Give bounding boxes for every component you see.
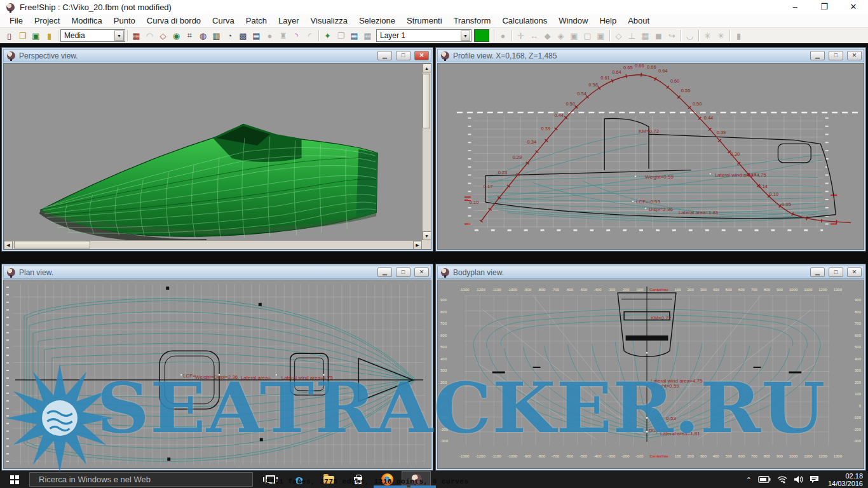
menu-item[interactable]: Calculations	[496, 16, 553, 25]
menu-item[interactable]: Strumenti	[401, 16, 448, 25]
menu-item[interactable]: Selezione	[353, 16, 401, 25]
flowlines-icon[interactable]: ●	[263, 29, 276, 43]
remove-unused-icon[interactable]: ✳	[714, 29, 728, 43]
insert-point-icon[interactable]: ◈	[554, 29, 567, 43]
move-point-icon[interactable]: ✛	[514, 29, 527, 43]
control-net-icon[interactable]: ◇	[156, 29, 170, 43]
perspective-titlebar[interactable]: Perspective view. ▁ □ ✕	[3, 49, 431, 62]
unlock-points-icon[interactable]: ▢	[581, 29, 594, 43]
minimize-button[interactable]: ▁	[377, 268, 392, 277]
vertical-scroll-thumb[interactable]	[423, 74, 430, 128]
bodyplan-window[interactable]: Bodyplan view. ▁ □ ✕ -1300-1200-1100-100…	[435, 264, 866, 471]
menu-item[interactable]: Transform	[448, 16, 497, 25]
menu-item[interactable]: Project	[29, 16, 65, 25]
action-center-icon[interactable]	[810, 475, 819, 484]
minimize-button[interactable]: ▁	[810, 268, 825, 277]
menu-item[interactable]: Window	[553, 16, 593, 25]
split-edge-icon[interactable]: ⊥	[625, 29, 639, 43]
open-file-icon[interactable]: ❒	[16, 29, 29, 43]
fair-curve-icon[interactable]: ◡	[683, 29, 696, 43]
scroll-down-icon[interactable]: ▼	[423, 231, 431, 240]
scroll-right-icon[interactable]: ▶	[413, 241, 422, 250]
close-button[interactable]: ✕	[847, 51, 862, 60]
start-button[interactable]	[0, 471, 29, 488]
mirror-faces-icon[interactable]: ◼	[652, 29, 665, 43]
gauss-curvature-icon[interactable]: ⌗	[183, 29, 196, 43]
clock[interactable]: 02.18 14/03/2016	[825, 472, 863, 487]
background-image-icon[interactable]: ▤	[348, 29, 361, 43]
window-restore-button[interactable]: ❐	[810, 0, 839, 14]
layer-color-swatch[interactable]	[474, 29, 489, 42]
select-icon[interactable]: ●	[496, 29, 510, 43]
perspective-canvas[interactable]: ▲ ▼ ◀ ▶	[3, 63, 431, 250]
close-button[interactable]: ✕	[847, 268, 862, 277]
menu-item[interactable]: File	[4, 16, 29, 25]
scroll-left-icon[interactable]: ◀	[4, 241, 13, 250]
markers-icon[interactable]: ♜	[276, 29, 290, 43]
save-file-icon[interactable]: ▣	[29, 29, 43, 43]
exit-icon[interactable]: ▮	[43, 29, 56, 43]
profile-window[interactable]: Profile view. X=0,168, Z=1,485 ▁ □ ✕	[435, 47, 866, 252]
tray-chevron-icon[interactable]: ⌃	[746, 476, 752, 484]
new-file-icon[interactable]: ▯	[3, 29, 16, 43]
scroll-up-icon[interactable]: ▲	[423, 64, 431, 72]
minimize-button[interactable]: ▁	[377, 51, 392, 60]
precision-combobox[interactable]: Media ▼	[60, 29, 125, 42]
normals-icon[interactable]: ◜	[303, 29, 316, 43]
profile-titlebar[interactable]: Profile view. X=0,168, Z=1,485 ▁ □ ✕	[437, 49, 864, 62]
interior-edges-icon[interactable]: ▦	[130, 29, 143, 43]
menu-item[interactable]: About	[622, 16, 655, 25]
menu-item[interactable]: Curva	[207, 16, 240, 25]
buttocks-icon[interactable]: ▩	[236, 29, 250, 43]
curvature-icon[interactable]: ◝	[290, 29, 303, 43]
layer-combobox[interactable]: Layer 1 ▼	[376, 29, 471, 42]
plan-canvas[interactable]: LCF= Weight=Displ=2.36 Lateral area= Lat…	[3, 280, 431, 469]
menu-item[interactable]: Layer	[273, 16, 305, 25]
menu-item[interactable]: Visualizza	[305, 16, 353, 25]
zebra-shading-icon[interactable]: ◍	[196, 29, 210, 43]
shade-icon[interactable]: ◉	[170, 29, 183, 43]
hydrostatics-icon[interactable]: ▤	[250, 29, 263, 43]
window-close-button[interactable]: ✕	[839, 0, 868, 14]
maximize-button[interactable]: □	[396, 51, 410, 60]
close-button[interactable]: ✕	[414, 51, 429, 60]
insert-plane-icon[interactable]: ▦	[639, 29, 652, 43]
import-markers-icon[interactable]: ▮	[732, 29, 745, 43]
menu-item[interactable]: Punto	[108, 16, 141, 25]
wifi-icon[interactable]	[777, 476, 787, 484]
unlock-all-points-icon[interactable]: ▣	[594, 29, 607, 43]
bodyplan-canvas[interactable]: -1300-1200-1100-1000-900-800-700-600-500…	[437, 280, 864, 469]
minimize-button[interactable]: ▁	[810, 51, 825, 60]
collapse-point-icon[interactable]: ◆	[541, 29, 554, 43]
volume-icon[interactable]	[794, 475, 803, 484]
extrude-edge-icon[interactable]: ↪	[665, 29, 679, 43]
menu-item[interactable]: Modifica	[65, 16, 107, 25]
lock-points-icon[interactable]: ▣	[567, 29, 581, 43]
horizontal-scroll-thumb[interactable]	[14, 241, 90, 248]
maximize-button[interactable]: □	[396, 268, 410, 277]
window-minimize-button[interactable]: –	[780, 0, 810, 14]
new-face-icon[interactable]: ◇	[612, 29, 625, 43]
search-input[interactable]: Ricerca in Windows e nel Web	[29, 472, 253, 487]
battery-icon[interactable]	[758, 476, 771, 483]
perspective-window[interactable]: Perspective view. ▁ □ ✕	[1, 47, 433, 252]
close-button[interactable]: ✕	[414, 268, 429, 277]
profile-canvas[interactable]: 0.10 0.17 0.23 0.29 0.34 0.39 0.44 0.50 …	[437, 63, 864, 250]
maximize-button[interactable]: □	[829, 51, 843, 60]
dropdown-arrow-icon[interactable]: ▼	[461, 30, 470, 41]
maximize-button[interactable]: □	[829, 268, 843, 277]
stations-icon[interactable]: ◔	[223, 29, 236, 43]
remove-negative-icon[interactable]: ✳	[701, 29, 714, 43]
dropdown-arrow-icon[interactable]: ▼	[114, 30, 124, 41]
developability-icon[interactable]: ▥	[210, 29, 223, 43]
layers-dialog-icon[interactable]: ❐	[334, 29, 348, 43]
menu-item[interactable]: Patch	[240, 16, 273, 25]
menu-item[interactable]: Help	[593, 16, 622, 25]
plan-window[interactable]: Plan view. ▁ □ ✕	[1, 264, 433, 471]
bodyplan-titlebar[interactable]: Bodyplan view. ▁ □ ✕	[437, 266, 864, 279]
menu-item[interactable]: Curva di bordo	[141, 16, 207, 25]
develop-plates-icon[interactable]: ✦	[321, 29, 334, 43]
align-points-icon[interactable]: ↔	[527, 29, 541, 43]
plan-titlebar[interactable]: Plan view. ▁ □ ✕	[3, 266, 431, 279]
intersection-grid-icon[interactable]: ▦	[361, 29, 374, 43]
